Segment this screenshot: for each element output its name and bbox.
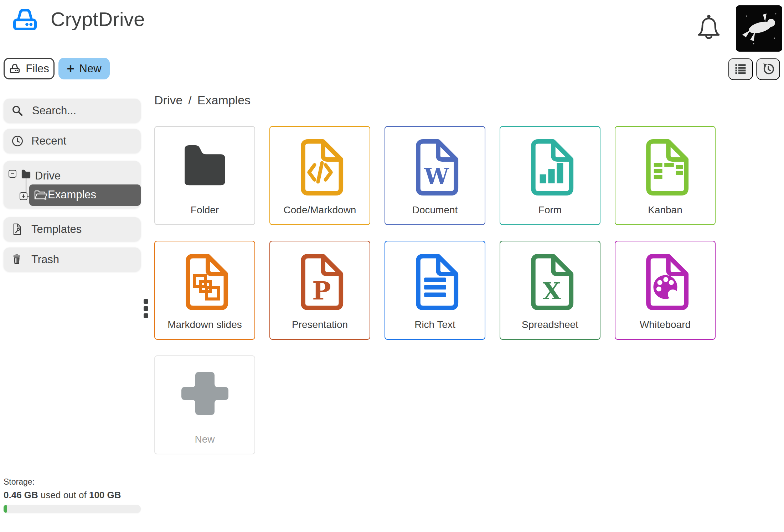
- svg-text:P: P: [312, 276, 331, 306]
- folder-icon: [155, 137, 254, 191]
- document-file-icon: W: [385, 137, 485, 197]
- storage-used: 0.46 GB: [4, 490, 38, 500]
- card-label: Form: [500, 204, 600, 216]
- new-button-label: New: [79, 62, 102, 75]
- card-code-markdown[interactable]: Code/Markdown: [269, 126, 370, 225]
- tree-item-examples-label: Examples: [48, 188, 96, 201]
- search-input[interactable]: [31, 104, 140, 118]
- tree-item-drive[interactable]: Drive: [35, 169, 61, 182]
- drive-tree: Drive Examples: [4, 161, 141, 208]
- clock-icon: [11, 135, 24, 147]
- card-label: Kanban: [615, 204, 715, 216]
- form-file-icon: [500, 137, 600, 197]
- card-label: Document: [385, 204, 485, 216]
- trash-icon: [11, 254, 24, 266]
- storage-progress-fill: [4, 505, 7, 513]
- files-button[interactable]: Files: [4, 58, 55, 79]
- storage-info: Storage: 0.46 GB used out of 100 GB: [4, 477, 141, 501]
- sidebar-item-label: Trash: [31, 253, 59, 266]
- breadcrumb-separator: /: [188, 93, 191, 107]
- card-new[interactable]: New: [154, 355, 255, 454]
- sidebar-resize-handle[interactable]: [144, 299, 148, 320]
- card-label: Rich Text: [385, 319, 485, 330]
- breadcrumb: Drive / Examples: [154, 93, 251, 107]
- search-icon: [11, 105, 24, 117]
- app-logo-drive-icon[interactable]: [11, 8, 39, 33]
- svg-text:W: W: [424, 163, 449, 189]
- card-markdown-slides[interactable]: Markdown slides: [154, 241, 255, 340]
- sidebar-item-label: Recent: [31, 135, 66, 147]
- richtext-file-icon: [385, 252, 485, 312]
- sidebar-item-trash[interactable]: Trash: [4, 247, 141, 272]
- list-view-icon: [734, 62, 747, 76]
- user-avatar[interactable]: [736, 5, 782, 52]
- page-title: CryptDrive: [51, 6, 145, 32]
- breadcrumb-examples[interactable]: Examples: [197, 93, 251, 107]
- sidebar-item-templates[interactable]: Templates: [4, 217, 141, 241]
- card-folder[interactable]: Folder: [154, 126, 255, 225]
- list-view-button[interactable]: [728, 58, 753, 80]
- folder-open-icon: [33, 189, 48, 201]
- spreadsheet-file-icon: X: [500, 252, 600, 312]
- card-label: Spreadsheet: [500, 319, 600, 330]
- card-label: Code/Markdown: [270, 204, 370, 216]
- card-whiteboard[interactable]: Whiteboard: [615, 241, 716, 340]
- search-box[interactable]: [4, 99, 141, 123]
- breadcrumb-drive[interactable]: Drive: [154, 93, 182, 107]
- card-label: Folder: [155, 204, 254, 216]
- files-button-label: Files: [26, 62, 49, 75]
- hard-drive-icon: [9, 64, 21, 73]
- storage-label: Storage:: [4, 477, 141, 487]
- presentation-file-icon: P: [270, 252, 370, 312]
- template-file-icon: [11, 223, 24, 235]
- sidebar-item-label: Templates: [31, 223, 82, 236]
- card-spreadsheet[interactable]: XSpreadsheet: [500, 241, 600, 340]
- collapse-icon[interactable]: [9, 170, 16, 178]
- tree-connector-line: [26, 178, 26, 193]
- examples-grid: Folder Code/Markdown WDocument Form Kanb…: [154, 126, 716, 454]
- card-presentation[interactable]: PPresentation: [269, 241, 370, 340]
- card-rich-text[interactable]: Rich Text: [385, 241, 485, 340]
- history-icon: [761, 62, 775, 76]
- whiteboard-file-icon: [615, 252, 715, 312]
- expand-icon[interactable]: [20, 192, 27, 200]
- svg-text:X: X: [542, 277, 561, 305]
- card-label: Markdown slides: [155, 319, 254, 330]
- plus-icon: [155, 367, 254, 420]
- card-document[interactable]: WDocument: [385, 126, 485, 225]
- plus-icon: +: [67, 62, 74, 75]
- kanban-file-icon: [615, 137, 715, 197]
- storage-progress-bar: [4, 505, 141, 513]
- card-label: Whiteboard: [615, 319, 715, 330]
- notifications-bell-icon[interactable]: [695, 13, 723, 41]
- storage-total: 100 GB: [89, 490, 121, 500]
- tree-item-examples[interactable]: Examples: [29, 184, 141, 206]
- card-label: Presentation: [270, 319, 370, 330]
- new-button[interactable]: + New: [58, 58, 110, 79]
- astronaut-image: [736, 5, 782, 52]
- slides-file-icon: [155, 252, 254, 312]
- card-label: New: [155, 434, 254, 445]
- history-button[interactable]: [756, 58, 780, 80]
- folder-closed-icon: [20, 168, 32, 179]
- card-kanban[interactable]: Kanban: [615, 126, 716, 225]
- card-form[interactable]: Form: [500, 126, 600, 225]
- code-file-icon: [270, 137, 370, 197]
- sidebar-item-recent[interactable]: Recent: [4, 129, 141, 153]
